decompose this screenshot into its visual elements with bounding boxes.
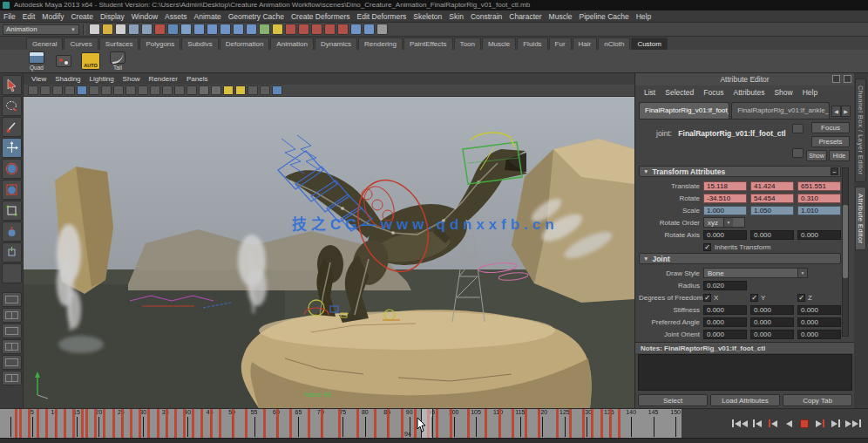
shelf-tab[interactable]: Fur — [549, 37, 572, 50]
menu-item[interactable]: Window — [128, 10, 161, 23]
preferred-angle-x-field[interactable]: 0.000 — [703, 317, 747, 327]
node-name-field[interactable]: FinalRaptorRig_v01:lf_foot_ctl — [678, 129, 785, 138]
render-current-frame-icon[interactable] — [363, 24, 375, 35]
resolution-gate-icon[interactable] — [138, 85, 148, 95]
panel-menu-item[interactable]: Panels — [183, 75, 211, 83]
snap-magnet-3-icon[interactable] — [311, 24, 322, 35]
preferred-angle-z-field[interactable]: 0.000 — [797, 317, 841, 327]
menu-item[interactable]: Skeleton — [410, 10, 445, 23]
persp-panel-layout-button[interactable] — [2, 371, 22, 385]
paint-select-tool-button[interactable] — [2, 117, 22, 137]
attribute-editor-scrollbar[interactable] — [842, 167, 849, 337]
snap-to-view-plane-icon[interactable] — [246, 24, 257, 35]
wireframe-icon[interactable] — [199, 85, 209, 95]
notes-textarea[interactable] — [638, 354, 852, 391]
panel-menu-item[interactable]: Lighting — [86, 75, 118, 83]
dof-x-checkbox[interactable]: ✓ — [703, 294, 711, 302]
notes-header[interactable]: Notes: FinalRaptorRig_v01:lf_foot_ctl — [635, 342, 855, 353]
single-pane-layout-button[interactable] — [2, 292, 22, 307]
xray-icon[interactable] — [260, 85, 270, 95]
bookmark-icon[interactable] — [64, 85, 75, 95]
shelf-tab[interactable]: Curves — [64, 37, 98, 50]
snap-to-plane-icon[interactable] — [233, 24, 244, 35]
shelf-tab[interactable]: Dynamics — [315, 37, 357, 50]
textured-icon[interactable] — [223, 85, 234, 95]
panel-menu-item[interactable]: Renderer — [146, 75, 181, 83]
status-divider[interactable] — [83, 24, 85, 35]
translate-y-field[interactable]: 41.424 — [750, 181, 794, 191]
stiffness-y-field[interactable]: 0.000 — [750, 305, 794, 315]
open-render-view-icon[interactable] — [350, 24, 362, 35]
step-back-key-button[interactable] — [751, 417, 763, 430]
rotate-tool-button[interactable] — [2, 159, 22, 179]
snap-magnet-1-icon[interactable] — [285, 24, 296, 35]
four-pane-layout-button[interactable] — [2, 308, 22, 323]
construction-history-icon[interactable] — [272, 24, 283, 35]
menu-item[interactable]: Animate — [191, 10, 225, 23]
rotate-axis-x-field[interactable]: 0.000 — [703, 230, 747, 240]
ae-menu-item[interactable]: Show — [770, 88, 797, 97]
menu-item[interactable]: Create — [67, 10, 97, 23]
grease-pencil-icon[interactable] — [101, 85, 112, 95]
notes-collapse-icon[interactable] — [792, 148, 804, 158]
menu-item[interactable]: Skin — [445, 10, 467, 23]
hide-button[interactable]: Hide — [829, 150, 850, 161]
menu-item[interactable]: Muscle — [546, 10, 576, 23]
menu-item[interactable]: Geometry Cache — [225, 10, 288, 23]
make-live-icon[interactable] — [259, 24, 270, 35]
menu-item[interactable]: Create Deformers — [288, 10, 354, 23]
translate-z-field[interactable]: 651.551 — [797, 181, 841, 191]
rotate-order-dropdown[interactable]: xyz ▼ — [703, 217, 745, 228]
select-mask-component-icon[interactable] — [180, 24, 192, 35]
shelf-tab[interactable]: General — [26, 37, 63, 50]
stiffness-x-field[interactable]: 0.000 — [703, 305, 747, 315]
shelf-item-quad[interactable]: Quad — [26, 51, 47, 71]
show-manipulator-tool-button[interactable] — [2, 242, 22, 262]
go-to-start-button[interactable] — [732, 417, 748, 430]
open-scene-icon[interactable] — [102, 24, 113, 35]
shelf-tab[interactable]: Muscle — [482, 37, 516, 50]
shelf-tab[interactable]: Subdivs — [181, 37, 218, 50]
step-forward-frame-button[interactable] — [814, 417, 826, 430]
redo-icon[interactable] — [141, 24, 153, 35]
panel-menu-item[interactable]: Show — [119, 75, 144, 83]
rotate-axis-z-field[interactable]: 0.000 — [797, 230, 841, 240]
ae-menu-item[interactable]: Attributes — [729, 88, 769, 97]
field-chart-icon[interactable] — [162, 85, 173, 95]
inherits-transform-checkbox[interactable]: ✓ — [703, 243, 711, 251]
hypershade-layout-button[interactable] — [2, 355, 22, 370]
shelf-item-key[interactable] — [53, 55, 74, 68]
rotate-x-field[interactable]: -34.510 — [703, 194, 747, 203]
scale-z-field[interactable]: 1.010 — [797, 206, 841, 215]
lasso-tool-button[interactable] — [2, 96, 22, 116]
shadows-icon[interactable] — [248, 85, 258, 95]
shelf-tab[interactable]: Hair — [573, 37, 598, 50]
scale-x-field[interactable]: 1.000 — [703, 206, 747, 215]
rotate-y-field[interactable]: 54.454 — [750, 194, 794, 203]
menu-item[interactable]: Assets — [161, 10, 191, 23]
image-plane-icon[interactable] — [77, 85, 87, 95]
translate-x-field[interactable]: 15.118 — [703, 181, 747, 191]
tab-scroll-left-icon[interactable]: ◀ — [831, 106, 841, 117]
transform-attributes-header[interactable]: ▼ Transform Attributes – — [639, 166, 841, 177]
load-attributes-button[interactable]: Load Attributes — [710, 394, 780, 406]
snap-to-curve-icon[interactable] — [207, 24, 218, 35]
snap-to-point-icon[interactable] — [220, 24, 231, 35]
stop-button[interactable] — [798, 417, 810, 430]
persp-outliner-layout-button[interactable] — [2, 324, 22, 338]
go-to-end-button[interactable] — [845, 417, 861, 430]
ae-tab-foot-ctl[interactable]: FinalRaptorRig_v01:lf_foot_ctl — [639, 102, 729, 119]
close-panel-icon[interactable] — [844, 75, 851, 83]
shelf-tab[interactable]: Rendering — [358, 37, 403, 50]
panel-menu-item[interactable]: Shading — [51, 75, 84, 83]
collapse-section-icon[interactable]: – — [831, 167, 838, 175]
snap-magnet-2-icon[interactable] — [298, 24, 309, 35]
soft-modification-tool-button[interactable] — [2, 222, 22, 242]
menu-item[interactable]: Edit — [19, 10, 39, 23]
select-camera-icon[interactable] — [28, 85, 38, 95]
ae-menu-item[interactable]: Focus — [699, 88, 728, 97]
last-tool-slot-button[interactable] — [2, 263, 22, 283]
attribute-editor-tab[interactable]: Attribute Editor — [855, 187, 866, 251]
ae-tab-ankle-ctl[interactable]: FinalRaptorRig_v01:lf_ankle_ctl1 — [731, 102, 830, 119]
film-gate-icon[interactable] — [125, 85, 136, 95]
